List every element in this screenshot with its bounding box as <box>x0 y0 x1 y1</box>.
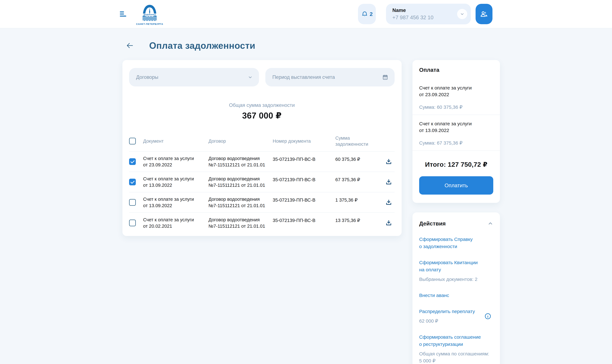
table-header-row: Документ Договор Номер документа Сумма з… <box>129 132 394 152</box>
number-cell: 35-072139-ПП-ВС-В <box>273 216 335 223</box>
notifications-count-badge: 2 <box>370 11 373 17</box>
row-checkbox[interactable] <box>129 220 136 226</box>
column-header-number: Номер документа <box>273 138 335 144</box>
selected-documents-count: Выбранных документов: 2 <box>419 276 493 283</box>
divider <box>412 115 500 115</box>
menu-icon[interactable] <box>120 12 126 17</box>
download-document-button[interactable] <box>385 199 392 206</box>
chevron-down-icon <box>248 75 253 80</box>
chevron-up-icon <box>488 221 493 226</box>
debt-card: Договоры <box>122 60 402 236</box>
back-button[interactable] <box>126 41 134 50</box>
billing-period-input[interactable] <box>272 74 382 80</box>
total-debt-amount: 367 000 ₽ <box>129 111 394 120</box>
contract-cell: Договор водоотведения №7-115112121 от 21… <box>208 217 273 229</box>
overpayment-info-button[interactable] <box>484 313 491 320</box>
row-checkbox[interactable] <box>129 158 136 165</box>
row-checkbox[interactable] <box>129 179 136 185</box>
document-cell: Счет к оплате за услуги от 13.09.2022 <box>143 196 208 209</box>
agreements-total: Общая сумма по соглашениям: 5 000 ₽ <box>419 350 493 364</box>
contract-cell: Договор водоотведения №7-115112121 от 21… <box>208 155 273 168</box>
table-row: Счет к оплате за услуги от 20.02.2021 До… <box>129 213 394 233</box>
download-icon <box>385 178 392 186</box>
collapse-panel-button[interactable] <box>488 221 493 226</box>
arrow-left-icon <box>126 42 133 49</box>
page-title: Оплата задолженности <box>149 40 255 51</box>
contract-cell: Договор водоотведения №7-115112121 от 21… <box>208 176 273 188</box>
column-header-contract: Договор <box>208 138 273 144</box>
user-phone: +7 987 456 32 10 <box>392 14 457 21</box>
sum-cell: 1 375,36 ₽ <box>335 196 382 203</box>
vodokanal-logo: ВОДОКАНАЛ САНКТ-ПЕТЕРБУРГА <box>136 3 163 25</box>
number-cell: 35-072139-ПП-ВС-В <box>273 155 335 162</box>
overpayment-amount: 62 000 ₽ <box>419 317 475 325</box>
total-debt-label: Общая сумма задолжености <box>129 102 394 108</box>
column-header-document: Документ <box>143 138 208 144</box>
action-generate-restructuring-agreement[interactable]: Сформировать соглашение о реструктуризац… <box>419 333 481 348</box>
action-make-advance[interactable]: Внести аванс <box>419 292 449 299</box>
people-icon <box>480 10 488 18</box>
download-icon <box>385 158 392 165</box>
logo-arch-icon: ВОДОКАНАЛ <box>140 3 159 22</box>
number-cell: 35-072139-ПП-ВС-В <box>273 175 335 183</box>
pay-button[interactable]: Оплатить <box>419 176 493 195</box>
logo-caption: САНКТ-ПЕТЕРБУРГА <box>136 23 163 25</box>
logo-title: ВОДОКАНАЛ <box>144 13 156 16</box>
download-icon <box>385 219 392 227</box>
select-all-checkbox[interactable] <box>129 138 136 144</box>
sum-cell: 67 375,36 ₽ <box>335 175 382 183</box>
action-distribute-overpayment[interactable]: Распределить переплату <box>419 308 475 315</box>
info-icon <box>484 313 491 320</box>
user-menu-toggle[interactable] <box>457 9 467 19</box>
download-document-button[interactable] <box>385 178 392 186</box>
download-document-button[interactable] <box>385 158 392 165</box>
sum-cell: 13 375,36 ₽ <box>335 216 382 223</box>
payment-item-sum: Сумма: 67 375,36 ₽ <box>419 140 493 146</box>
download-icon <box>385 199 392 206</box>
contracts-select[interactable]: Договоры <box>129 68 259 86</box>
payment-panel-title: Оплата <box>419 67 493 73</box>
table-row: Счет к оплате за услуги от 13.09.2022 До… <box>129 192 394 213</box>
billing-period-field[interactable] <box>265 68 394 86</box>
bell-icon <box>361 11 368 17</box>
action-generate-debt-certificate[interactable]: Сформировать Справку о задолженности <box>419 236 473 250</box>
divider <box>412 150 500 151</box>
payment-item-title: Счет к оплате за услуги от 13.09.2022 <box>419 120 478 134</box>
accounts-button[interactable] <box>476 4 492 24</box>
contracts-select-label: Договоры <box>136 74 158 80</box>
table-row: Счет к оплате за услуги от 23.09.2022 До… <box>129 152 394 172</box>
actions-panel-title: Действия <box>419 220 446 227</box>
user-menu[interactable]: Name +7 987 456 32 10 <box>386 4 471 24</box>
documents-table: Документ Договор Номер документа Сумма з… <box>129 132 394 233</box>
page-content: Оплата задолженности Договоры <box>0 28 500 364</box>
number-cell: 35-072139-ПП-ВС-В <box>273 196 335 203</box>
chevron-down-icon <box>460 12 464 16</box>
document-cell: Счет к оплате за услуги от 13.09.2022 <box>143 176 208 188</box>
user-name: Name <box>392 8 457 13</box>
document-cell: Счет к оплате за услуги от 23.09.2022 <box>143 155 208 168</box>
contract-cell: Договор водоотведения №7-115112121 от 21… <box>208 196 273 209</box>
actions-panel: Действия Сформировать Справку о задолжен… <box>412 212 500 364</box>
payment-item-title: Счет к оплате за услуги от 23.09.2022 <box>419 85 478 98</box>
sum-cell: 60 375,36 ₽ <box>335 155 382 162</box>
download-document-button[interactable] <box>385 219 392 227</box>
calendar-icon <box>382 74 388 80</box>
action-generate-payment-receipts[interactable]: Сформировать Квитанции на оплату <box>419 259 478 273</box>
table-row: Счет к оплате за услуги от 13.09.2022 До… <box>129 172 394 192</box>
row-checkbox[interactable] <box>129 199 136 206</box>
payment-item-sum: Сумма: 60 375,36 ₽ <box>419 104 493 110</box>
payment-total: Итого: 127 750,72 ₽ <box>419 161 493 168</box>
payment-panel: Оплата Счет к оплате за услуги от 23.09.… <box>412 60 500 203</box>
notifications-button[interactable]: 2 <box>358 4 376 24</box>
document-cell: Счет к оплате за услуги от 20.02.2021 <box>143 217 208 229</box>
app-header: ВОДОКАНАЛ САНКТ-ПЕТЕРБУРГА 2 Name +7 987… <box>0 0 612 28</box>
column-header-sum: Сумма задолженности <box>335 135 382 147</box>
